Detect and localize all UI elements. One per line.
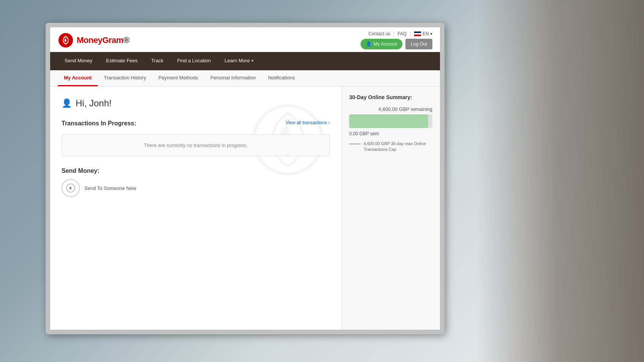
transactions-title: Transactions In Progress: xyxy=(62,120,136,127)
nav-bar: Send Money Estimate Fees Track Find a Lo… xyxy=(50,52,440,70)
separator2: | xyxy=(410,31,411,36)
send-icon-circle xyxy=(62,179,80,197)
progress-bar-container xyxy=(349,114,432,128)
top-bar: MoneyGram® Contact us | FAQ | EN ▾ xyxy=(50,27,440,52)
top-buttons: 👤 My Account Log Out xyxy=(361,39,432,49)
nav-send-money[interactable]: Send Money xyxy=(58,52,99,70)
user-icon: 👤 xyxy=(62,98,72,108)
sent-amount: 0.00 GBP sent xyxy=(349,131,432,136)
transactions-box: There are currently no transactions in p… xyxy=(62,134,330,156)
nav-find-location[interactable]: Find a Location xyxy=(170,52,218,70)
main-content: 👤 Hi, Jonh! Transactions In Progress: Vi… xyxy=(50,87,440,330)
send-arrow-icon xyxy=(66,183,75,193)
uk-flag-icon xyxy=(414,31,421,36)
faq-link[interactable]: FAQ xyxy=(397,31,407,36)
subnav-transaction-history[interactable]: Transaction History xyxy=(98,70,152,86)
greeting-text: Hi, Jonh! xyxy=(76,98,112,109)
subnav-payment-methods[interactable]: Payment Methods xyxy=(152,70,204,86)
max-limit-row: 4,600.00 GBP 30-day max Online Transacti… xyxy=(349,141,432,153)
top-links: Contact us | FAQ | EN ▾ xyxy=(369,31,432,36)
nav-estimate-fees[interactable]: Estimate Fees xyxy=(99,52,144,70)
logo-text: MoneyGram® xyxy=(77,35,129,45)
nav-track[interactable]: Track xyxy=(144,52,170,70)
remaining-amount: 4,600.00 GBP remaining xyxy=(349,106,432,112)
learn-more-label: Learn More xyxy=(225,58,250,63)
limit-line xyxy=(349,144,361,144)
monitor-frame: MoneyGram® Contact us | FAQ | EN ▾ xyxy=(46,23,445,334)
my-account-label: My Account xyxy=(373,41,397,47)
limit-text: 4,600.00 GBP 30-day max Online Transacti… xyxy=(364,141,432,153)
no-transactions-msg: There are currently no transactions in p… xyxy=(144,142,247,148)
right-panel: 30-Day Online Summary: 4,600.00 GBP rema… xyxy=(341,87,440,330)
logo-text-colored: MoneyGram xyxy=(77,35,123,45)
subnav-personal-info[interactable]: Personal Information xyxy=(204,70,262,86)
person-icon: 👤 xyxy=(366,41,372,47)
subnav-my-account[interactable]: My Account xyxy=(58,70,98,86)
contact-us-link[interactable]: Contact us xyxy=(369,31,390,36)
chevron-down-icon: ▾ xyxy=(252,58,253,63)
chevron-down-icon: ▾ xyxy=(430,31,432,36)
progress-bar-fill xyxy=(349,114,428,128)
top-right-area: Contact us | FAQ | EN ▾ 👤 My Account xyxy=(361,31,432,49)
send-money-section: Send Money: Send To Someone New xyxy=(62,168,330,197)
send-to-new-text: Send To Someone New xyxy=(84,185,136,191)
browser-window: MoneyGram® Contact us | FAQ | EN ▾ xyxy=(50,27,440,330)
language-selector[interactable]: EN ▾ xyxy=(414,31,432,36)
send-money-title: Send Money: xyxy=(62,168,330,174)
summary-title: 30-Day Online Summary: xyxy=(349,94,432,100)
nav-learn-more[interactable]: Learn More ▾ xyxy=(218,52,260,70)
left-panel: 👤 Hi, Jonh! Transactions In Progress: Vi… xyxy=(50,87,341,330)
lang-label: EN xyxy=(422,31,429,36)
greeting: 👤 Hi, Jonh! xyxy=(62,98,330,109)
sub-nav: My Account Transaction History Payment M… xyxy=(50,70,440,87)
send-to-new-button[interactable]: Send To Someone New xyxy=(62,179,330,197)
subnav-notifications[interactable]: Notifications xyxy=(262,70,301,86)
moneygram-logo-icon xyxy=(58,32,74,48)
logout-button[interactable]: Log Out xyxy=(405,39,432,49)
logo-area: MoneyGram® xyxy=(58,32,129,48)
my-account-button[interactable]: 👤 My Account xyxy=(361,39,402,49)
separator: | xyxy=(393,31,394,36)
